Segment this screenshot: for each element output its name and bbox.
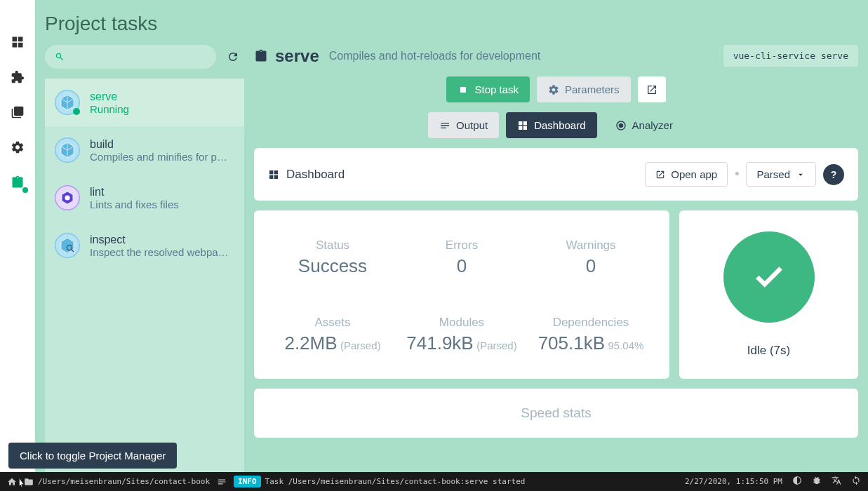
log-message: Task /Users/meisenbraun/Sites/contact-bo… [265,477,526,486]
svg-rect-18 [269,175,273,178]
open-external-icon [655,170,665,180]
stat-label: Dependencies [526,316,655,330]
svg-rect-16 [269,170,273,174]
svg-point-7 [65,195,69,200]
stat-label: Warnings [526,238,655,253]
stat-sub: (Parsed) [340,339,381,351]
stat-sub: 95.04% [608,339,643,351]
stat-label: Errors [397,238,526,253]
dropdown-label: Parsed [756,168,790,180]
button-label: Stop task [474,83,519,95]
theme-toggle[interactable] [792,476,802,487]
cube-search-icon [55,233,80,258]
cube-icon [55,137,80,163]
stat-value: 0 [526,255,655,277]
cube-icon [55,90,80,115]
main-command: vue-cli-service serve [723,45,858,67]
open-app-button[interactable]: Open app [645,162,728,187]
gear-icon [548,84,559,95]
tab-label: Analyzer [632,119,673,131]
button-label: Parameters [565,83,620,95]
search-input[interactable] [45,45,216,69]
dashboard-icon[interactable] [9,34,26,51]
open-external-button[interactable] [638,76,666,102]
console-button[interactable] [217,477,227,487]
svg-rect-14 [519,126,522,129]
open-external-icon [646,84,657,95]
stat-label: Modules [397,316,526,330]
parsed-dropdown[interactable]: Parsed [746,162,816,187]
tab-label: Dashboard [534,119,585,131]
task-item-serve[interactable]: serve Running [45,79,244,126]
stat-value: Success [268,255,397,277]
svg-rect-12 [519,121,522,125]
donut-icon [615,120,627,131]
reload-button[interactable] [222,46,244,68]
dashboard-tab-icon [517,120,528,131]
parameters-button[interactable]: Parameters [537,76,631,102]
stop-task-button[interactable]: Stop task [446,76,530,102]
clipboard-icon [254,49,268,63]
tab-analyzer[interactable]: Analyzer [604,112,684,138]
stat-value: 705.1kB [538,332,605,354]
separator: • [735,167,739,182]
button-label: Open app [671,168,717,180]
panel-title: Dashboard [286,168,345,182]
tab-dashboard[interactable]: Dashboard [506,112,596,138]
log-level-badge: INFO [234,476,261,487]
refresh-button[interactable] [851,476,861,487]
stat-warnings: Warnings 0 [526,238,655,281]
bug-button[interactable] [812,476,822,487]
main-task-name: serve [275,46,319,66]
svg-rect-17 [274,170,278,174]
stats-grid: Status Success Errors 0 Warnings 0 Asset… [254,210,669,379]
plugins-icon[interactable] [9,69,26,86]
reload-icon [227,51,239,63]
stat-status: Status Success [268,238,397,281]
tooltip: Click to toggle Project Manager [8,443,177,469]
timestamp: 2/27/2020, 1:15:50 PM [685,477,782,486]
task-desc: Compiles and minifies for p… [90,151,227,163]
stat-modules: Modules 741.9kB (Parsed) [397,316,526,358]
task-desc: Inspect the resolved webpa… [90,246,229,258]
task-name: build [90,138,227,151]
tab-output[interactable]: Output [428,112,499,138]
svg-rect-1 [18,37,23,42]
config-icon[interactable] [9,139,26,156]
task-item-lint[interactable]: lint Lints and fixes files [45,174,244,222]
path-text: /Users/meisenbraun/Sites/contact-book [38,477,210,486]
task-name: lint [90,186,179,199]
stat-label: Assets [268,316,397,330]
svg-rect-19 [274,175,278,178]
svg-rect-0 [13,37,18,42]
dashboard-panel-header: Dashboard Open app • Parsed ? [254,148,858,201]
stat-label: Status [268,238,397,253]
svg-rect-11 [460,87,466,93]
navigation-rail [0,0,35,472]
task-item-build[interactable]: build Compiles and minifies for p… [45,126,244,174]
translate-icon [832,476,841,485]
stat-errors: Errors 0 [397,238,526,281]
dashboard-icon [268,169,279,180]
search-icon [55,52,65,62]
translate-button[interactable] [832,476,841,487]
notes-icon [217,477,227,487]
task-sidebar: serve Running build Compiles and minifie… [45,45,244,472]
main-content: serve Compiles and hot-reloads for devel… [254,45,868,472]
dependencies-icon[interactable] [9,104,26,121]
tab-label: Output [456,119,488,131]
svg-rect-3 [18,43,23,48]
page-title: Project tasks [35,0,868,45]
task-item-inspect[interactable]: inspect Inspect the resolved webpa… [45,222,244,269]
help-button[interactable]: ? [823,164,844,185]
task-desc: Lints and fixes files [90,199,179,210]
status-panel: Idle (7s) [679,210,858,379]
svg-rect-13 [523,121,527,125]
project-path[interactable]: /Users/meisenbraun/Sites/contact-book [24,477,210,487]
speed-stats-panel: Speed stats [254,389,858,438]
chevron-down-icon [796,170,806,180]
tasks-icon[interactable] [9,174,26,191]
main-header: serve Compiles and hot-reloads for devel… [254,45,858,67]
success-check-icon [723,231,815,323]
hexagon-icon [55,185,80,210]
